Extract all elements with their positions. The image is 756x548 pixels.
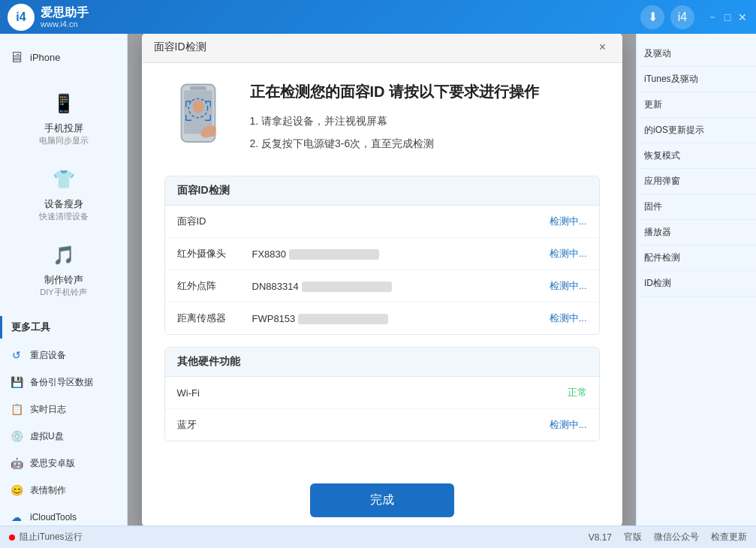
emoji-icon: 😊 [9,483,24,498]
modal-body: 正在检测您的面容ID 请按以下要求进行操作 1. 请拿起设备，并注视视屏幕 2.… [142,63,622,472]
ringtone-sub: DIY手机铃声 [40,287,86,298]
right-item-ios-update[interactable]: 的iOS更新提示 [637,118,756,143]
android-label: 爱思安卓版 [30,457,75,470]
brand-info: 爱思助手 www.i4.cn [41,5,89,29]
face-id-status[interactable]: 检测中... [550,215,587,228]
iphone-section[interactable]: 🖥 iPhone [0,41,127,74]
ir-dot-label: 红外点阵 [177,279,252,293]
wifi-row: Wi-Fi 正常 [165,377,599,409]
face-id-label: 面容ID [177,215,252,228]
i4-button[interactable]: i4 [670,5,694,29]
svg-point-4 [192,100,203,113]
right-item-app-popup[interactable]: 应用弹窗 [637,169,756,194]
svg-rect-2 [190,86,206,90]
tool-backup[interactable]: 💾 备份引导区数据 [0,369,127,396]
wifi-label: Wi-Fi [177,387,252,399]
tool-udisk[interactable]: 💿 虚拟U盘 [0,423,127,450]
right-panel: 及驱动 iTunes及驱动 更新 的iOS更新提示 恢复模式 应用弹窗 固件 播… [636,34,756,525]
slim-sub: 快速清理设备 [39,211,89,222]
minimize-button[interactable]: － [706,11,718,23]
right-item-driver[interactable]: 及驱动 [637,41,756,67]
slim-icon: 👕 [49,164,79,194]
ir-dot-status[interactable]: 检测中... [550,279,587,293]
modal-main-title: 正在检测您的面容ID 请按以下要求进行操作 [250,81,600,102]
iphone-icon: 🖥 [9,49,24,66]
download-button[interactable]: ⬇ [640,5,664,29]
instruction-2: 2. 反复按下电源键3-6次，直至完成检测 [250,135,600,152]
instruction-1: 1. 请拿起设备，并注视视屏幕 [250,113,600,129]
ir-camera-row: 红外摄像头 FX8830 检测中... [165,238,599,270]
emoji-label: 表情制作 [30,484,66,497]
version-label: V8.17 [589,532,612,543]
distance-sensor-row: 距离传感器 FWP8153 检测中... [165,303,599,334]
svg-rect-6 [210,125,215,136]
ir-dot-value: DN883314 [252,281,550,293]
right-item-recovery[interactable]: 恢复模式 [637,143,756,169]
wifi-status[interactable]: 正常 [568,386,587,399]
modal-footer: 完成 [142,471,622,525]
distance-sensor-label: 距离传感器 [177,312,252,325]
itunes-block-label: 阻止iTunes运行 [20,531,83,543]
phone-illustration [164,81,232,149]
icloud-icon: ☁ [9,510,24,525]
modal-overlay: 面容ID检测 × [128,34,636,525]
wechat-label[interactable]: 微信公众号 [654,531,699,543]
backup-icon: 💾 [9,375,24,390]
status-left: 阻止iTunes运行 [9,531,83,543]
right-item-itunes[interactable]: iTunes及驱动 [637,67,756,92]
edition-label: 官版 [624,531,642,543]
sidebar-item-screen-mirror[interactable]: 📱 手机投屏 电脑同步显示 [0,80,127,155]
main-layout: 🖥 iPhone 📱 手机投屏 电脑同步显示 👕 设备瘦身 快速清理设备 🎵 制… [0,34,756,525]
bluetooth-row: 蓝牙 检测中... [165,409,599,441]
sidebar: 🖥 iPhone 📱 手机投屏 电脑同步显示 👕 设备瘦身 快速清理设备 🎵 制… [0,34,128,525]
right-item-accessory[interactable]: 配件检测 [637,245,756,271]
ringtone-icon: 🎵 [49,240,79,270]
title-bar-right: ⬇ i4 － □ ✕ [640,5,748,29]
distance-sensor-status[interactable]: 检测中... [550,312,587,325]
close-window-button[interactable]: ✕ [736,11,748,23]
android-icon: 🤖 [9,456,24,471]
more-tools-header: 更多工具 [0,316,127,339]
log-icon: 📋 [9,402,24,417]
right-item-firmware[interactable]: 固件 [637,194,756,220]
tool-emoji[interactable]: 😊 表情制作 [0,477,127,504]
udisk-icon: 💿 [9,429,24,444]
backup-label: 备份引导区数据 [30,376,93,389]
bluetooth-label: 蓝牙 [177,418,252,432]
tool-restart[interactable]: ↺ 重启设备 [0,342,127,369]
ir-camera-status[interactable]: 检测中... [550,247,587,260]
other-hardware-section: 其他硬件功能 Wi-Fi 正常 蓝牙 检测中... [164,347,600,441]
slim-label: 设备瘦身 [44,197,83,211]
modal-dialog: 面容ID检测 × [142,34,622,525]
tool-icloud[interactable]: ☁ iCloudTools [0,504,127,525]
right-item-update[interactable]: 更新 [637,92,756,118]
window-controls: － □ ✕ [706,11,748,23]
ir-camera-label: 红外摄像头 [177,247,252,260]
brand-section: i4 爱思助手 www.i4.cn [8,4,89,31]
tool-log[interactable]: 📋 实时日志 [0,396,127,423]
modal-title-bar: 面容ID检测 × [142,34,622,63]
bluetooth-status[interactable]: 检测中... [550,418,587,432]
status-bar: 阻止iTunes运行 V8.17 官版 微信公众号 检查更新 [0,525,756,548]
sidebar-item-ringtone[interactable]: 🎵 制作铃声 DIY手机铃声 [0,231,127,307]
restart-label: 重启设备 [30,349,66,362]
update-label[interactable]: 检查更新 [711,531,747,543]
modal-close-button[interactable]: × [595,40,610,55]
modal-title: 面容ID检测 [154,41,206,54]
right-item-id-detect[interactable]: ID检测 [637,271,756,297]
content-area: 面容ID检测 × [128,34,636,525]
right-item-player[interactable]: 播放器 [637,220,756,245]
tool-android[interactable]: 🤖 爱思安卓版 [0,450,127,477]
status-dot [9,534,15,540]
ir-camera-value: FX8830 [252,248,550,260]
modal-instructions: 正在检测您的面容ID 请按以下要求进行操作 1. 请拿起设备，并注视视屏幕 2.… [250,81,600,158]
sidebar-item-slim[interactable]: 👕 设备瘦身 快速清理设备 [0,155,127,231]
complete-button[interactable]: 完成 [310,483,454,517]
screen-mirror-label: 手机投屏 [44,122,83,135]
face-id-section-title: 面容ID检测 [165,176,599,206]
face-id-row: 面容ID 检测中... [165,206,599,238]
udisk-label: 虚拟U盘 [30,430,64,443]
restart-icon: ↺ [9,348,24,363]
modal-header-section: 正在检测您的面容ID 请按以下要求进行操作 1. 请拿起设备，并注视视屏幕 2.… [164,81,600,158]
maximize-button[interactable]: □ [721,11,733,23]
